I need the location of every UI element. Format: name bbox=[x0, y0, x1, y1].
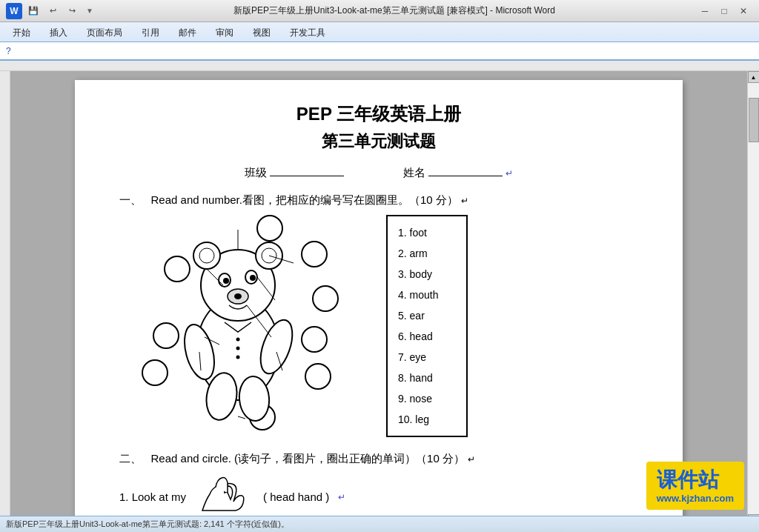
tab-insert[interactable]: 插入 bbox=[40, 24, 77, 41]
exercise1-prefix: 1. Look at my bbox=[119, 491, 186, 503]
section2-number: 二、 bbox=[119, 452, 142, 465]
doc-title-1: PEP 三年级英语上册 bbox=[119, 102, 638, 126]
doc-title-2: 第三单元测试题 bbox=[119, 130, 638, 153]
scrollbar-track[interactable] bbox=[748, 83, 760, 514]
bear-container bbox=[119, 215, 371, 430]
word-9: 9. nose bbox=[398, 388, 456, 409]
circle-eye bbox=[312, 285, 339, 312]
section1-title: 一、 Read and number.看图，把相应的编号写在圆圈里。（10 分）… bbox=[119, 193, 638, 207]
tab-review[interactable]: 审阅 bbox=[206, 24, 243, 41]
name-line bbox=[428, 176, 503, 176]
document-page: PEP 三年级英语上册 第三单元测试题 班级 姓名 ↵ 一、 R bbox=[75, 80, 683, 526]
word-7: 7. eye bbox=[398, 347, 456, 368]
word-2: 2. arm bbox=[398, 243, 456, 264]
tab-view[interactable]: 视图 bbox=[243, 24, 280, 41]
svg-point-9 bbox=[250, 275, 256, 281]
right-scrollbar: ▲ ▼ bbox=[747, 71, 759, 526]
svg-point-17 bbox=[236, 347, 240, 350]
watermark: 课件站 www.kjzhan.com bbox=[646, 462, 744, 510]
tab-start[interactable]: 开始 bbox=[3, 24, 40, 41]
save-button[interactable]: 💾 bbox=[25, 4, 42, 19]
undo-button[interactable]: ↩ bbox=[44, 4, 61, 19]
status-text: 新版PEP三年级上册Unit3-Look-at-me第三单元测试题: 2,141… bbox=[6, 519, 289, 530]
scrollbar-thumb[interactable] bbox=[749, 98, 759, 142]
svg-point-7 bbox=[223, 278, 229, 284]
maximize-button[interactable]: □ bbox=[715, 4, 734, 19]
hand-illustration bbox=[195, 473, 254, 520]
tab-mail[interactable]: 邮件 bbox=[169, 24, 206, 41]
ribbon-content: ? bbox=[0, 41, 759, 59]
status-bar: 新版PEP三年级上册Unit3-Look-at-me第三单元测试题: 2,141… bbox=[0, 516, 759, 532]
watermark-line2: www.kjzhan.com bbox=[657, 493, 734, 504]
svg-point-3 bbox=[199, 248, 214, 263]
tab-reference[interactable]: 引用 bbox=[132, 24, 169, 41]
svg-point-11 bbox=[234, 293, 242, 299]
window-title: 新版PEP三年级上册Unit3-Look-at-me第三单元测试题 [兼容模式]… bbox=[93, 4, 695, 17]
word-icon-label: W bbox=[10, 6, 18, 16]
section1-instruction: Read and number.看图，把相应的编号写在圆圈里。（10 分） bbox=[151, 193, 458, 206]
exercise1-choices: ( head hand ) bbox=[263, 491, 329, 503]
title-bar: W 💾 ↩ ↪ ▼ 新版PEP三年级上册Unit3-Look-at-me第三单元… bbox=[0, 0, 759, 22]
class-line bbox=[270, 176, 344, 176]
word-list-box: 1. foot 2. arm 3. body 4. mouth 5. ear 6… bbox=[386, 215, 468, 437]
help-icon[interactable]: ? bbox=[6, 46, 11, 56]
ribbon: 开始 插入 页面布局 引用 邮件 审阅 视图 开发工具 ? bbox=[0, 22, 759, 61]
word-4: 4. mouth bbox=[398, 285, 456, 305]
tab-develop[interactable]: 开发工具 bbox=[280, 24, 335, 41]
watermark-line1: 课件站 bbox=[657, 468, 734, 493]
exercise1-row: 1. Look at my ( head hand ) ↵ bbox=[119, 473, 638, 520]
svg-point-16 bbox=[236, 338, 240, 342]
section2-title: 二、 Read and circle. (读句子，看图片，圈出正确的单词）（10… bbox=[119, 452, 638, 466]
word-icon: W bbox=[6, 3, 22, 19]
section2-instruction: Read and circle. (读句子，看图片，圈出正确的单词）（10 分） bbox=[151, 452, 465, 465]
redo-button[interactable]: ↪ bbox=[64, 4, 80, 19]
document-area: PEP 三年级英语上册 第三单元测试题 班级 姓名 ↵ 一、 R bbox=[10, 71, 747, 526]
s2-para-mark: ↵ bbox=[468, 454, 475, 465]
word-6: 6. head bbox=[398, 326, 456, 347]
window-buttons: ─ □ ✕ bbox=[695, 4, 753, 19]
svg-point-18 bbox=[236, 356, 240, 359]
class-name-row: 班级 姓名 ↵ bbox=[119, 166, 638, 180]
minimize-button[interactable]: ─ bbox=[695, 4, 715, 19]
word-8: 8. hand bbox=[398, 368, 456, 388]
word-3: 3. body bbox=[398, 264, 456, 285]
quick-access-dropdown[interactable]: ▼ bbox=[86, 7, 93, 15]
illustration-area: 1. foot 2. arm 3. body 4. mouth 5. ear 6… bbox=[119, 215, 638, 437]
word-5: 5. ear bbox=[398, 305, 456, 326]
left-ruler bbox=[0, 71, 10, 526]
class-label: 班级 bbox=[245, 166, 344, 180]
e1-para-mark: ↵ bbox=[338, 492, 345, 502]
word-10: 10. leg bbox=[398, 409, 456, 430]
word-1: 1. foot bbox=[398, 222, 456, 243]
svg-line-27 bbox=[238, 416, 245, 419]
s1-para-mark: ↵ bbox=[461, 196, 468, 206]
main-area: PEP 三年级英语上册 第三单元测试题 班级 姓名 ↵ 一、 R bbox=[0, 71, 759, 526]
scroll-up-button[interactable]: ▲ bbox=[748, 71, 760, 83]
title-bar-left: W 💾 ↩ ↪ ▼ bbox=[6, 3, 93, 19]
name-label: 姓名 ↵ bbox=[403, 166, 513, 180]
hand-svg bbox=[195, 473, 254, 518]
tab-layout[interactable]: 页面布局 bbox=[77, 24, 132, 41]
top-ruler bbox=[0, 61, 759, 71]
close-button[interactable]: ✕ bbox=[734, 4, 753, 19]
name-paragraph-mark: ↵ bbox=[506, 168, 513, 179]
ribbon-tabs: 开始 插入 页面布局 引用 邮件 审阅 视图 开发工具 bbox=[0, 22, 759, 41]
bear-illustration bbox=[164, 222, 312, 422]
section1-number: 一、 bbox=[119, 193, 142, 206]
